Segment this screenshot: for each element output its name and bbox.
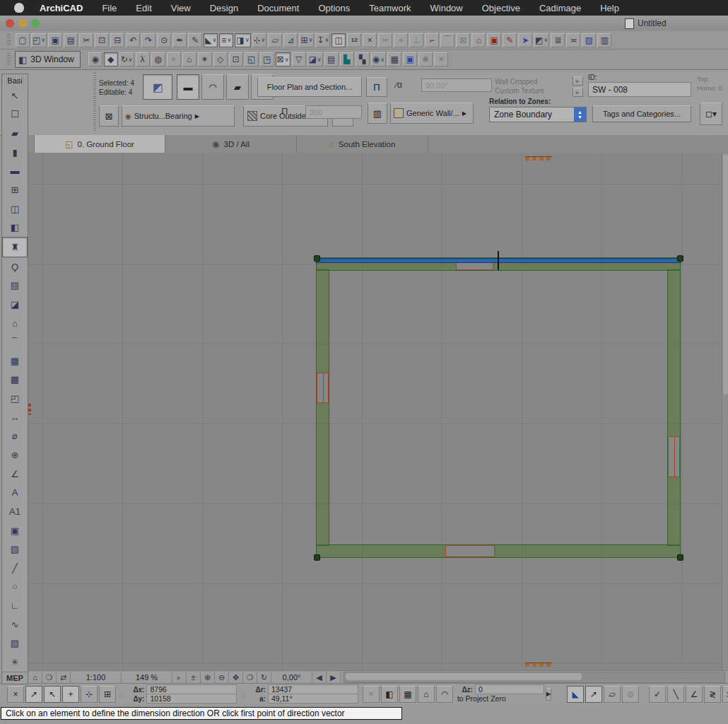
layer-combination-icon[interactable]: ⊞∨ [299,33,314,47]
filter-elements-icon[interactable]: ▽ [292,52,306,66]
door-opening-bottom[interactable] [445,545,495,557]
explode-icon[interactable]: ⊠ [456,33,470,47]
tool-radial-dimension[interactable]: ⌀ [2,427,28,446]
minimize-window-button[interactable] [18,19,27,28]
zoom-percent-icon[interactable]: ± [187,672,201,683]
menu-help[interactable]: Help [600,3,619,13]
menu-archicad[interactable]: ArchiCAD [40,3,83,13]
hatch-settings-icon[interactable]: ▨ [582,33,596,47]
wall-top-link-button[interactable]: ◻▾ [700,103,722,125]
construction-grid-icon[interactable]: ⊞ [99,686,116,703]
guide-lines-icon[interactable]: ↖ [44,686,61,703]
3d-toolbar-drag-handle[interactable] [7,53,11,66]
tool-stair[interactable]: ▤ [2,276,28,295]
walkthrough-icon[interactable]: ✶ [198,52,212,66]
brush-icon[interactable]: ▚ [356,52,370,66]
custom-texture-expander[interactable]: ▶ [573,88,583,97]
dx-field[interactable]: 8796 [146,684,237,694]
tool-fill[interactable]: ▨ [2,539,28,559]
camera-icon[interactable]: ◉ [88,52,102,66]
window-opening-left[interactable] [317,373,329,403]
paint-surface-icon[interactable]: ▙ [340,52,354,66]
snap-offset-icon[interactable]: ≫ [722,686,728,703]
wall-tool-default-button[interactable]: ◩ [143,74,172,100]
undo-icon[interactable]: ↶ [126,33,140,47]
tool-angle-dimension[interactable]: ∠ [2,465,28,484]
coordinate-vector-icon[interactable]: ↗ [585,686,602,703]
tool-beam[interactable]: ▬ [2,162,28,181]
tool-dimension[interactable]: ↔ [2,408,28,427]
tool-column[interactable]: ▮ [2,143,28,162]
line-options-icon[interactable]: ≡∨ [219,33,233,47]
toolbox-mep-section[interactable]: MEP [2,672,28,684]
stretch-icon[interactable]: ▣ [487,33,501,47]
zoom-menu-expander[interactable]: ▸ [172,672,187,683]
fit-in-window-icon[interactable]: ❍ [243,672,257,683]
dz-field[interactable]: 0 [475,684,544,694]
adjust-icon[interactable]: ⌖ [394,33,408,47]
paste-icon[interactable]: ⊟ [110,33,124,47]
polar-toggle-icon[interactable]: △ [240,689,245,699]
fillet-icon[interactable]: ⌒ [440,33,454,47]
tool-wall[interactable]: ▰ [2,124,28,143]
print-icon[interactable]: ▤ [64,33,78,47]
geometry-trapezoid-wall[interactable]: ▰ [226,74,249,100]
section-marker-top[interactable] [525,156,552,160]
render-settings-icon[interactable]: ▦ [387,52,401,66]
gravity-shell-icon[interactable]: ◠ [436,686,453,703]
tags-categories-button[interactable]: Tags and Categories... [592,105,691,122]
tab-ground-floor[interactable]: ◱ 0. Ground Floor [34,135,165,153]
tool-arrow[interactable]: ↖ [2,86,28,105]
save-icon[interactable]: ▣ [48,33,62,47]
tool-polyline[interactable]: ∟ [2,596,28,615]
marquee-3d-icon[interactable]: ⊠∨ [276,52,290,66]
dimension-units-icon[interactable]: 12 [347,33,361,47]
elevation-marker-left[interactable] [28,404,31,415]
menu-view[interactable]: View [171,3,191,13]
tool-spline[interactable]: ∿ [2,615,28,634]
tool-hotspot[interactable]: ✳ [2,653,28,672]
snap-parallel-icon[interactable]: ╲ [667,686,684,703]
apple-menu-icon[interactable] [14,3,24,13]
menu-window[interactable]: Window [430,3,463,13]
model-view-options-icon[interactable]: ⌂ [28,672,42,683]
vertical-scrollbar[interactable] [722,153,728,670]
vertical-scrollbar-thumb[interactable] [723,154,728,395]
tool-text[interactable]: A [2,483,28,502]
navigator-preview-icon[interactable]: ❍ [42,672,57,683]
snap-points-icon[interactable]: ⊹∨ [252,33,267,47]
gravity-icon[interactable]: ↧∨ [315,33,330,47]
zoom-out-icon[interactable]: ⊖ [215,672,229,683]
zoom-in-icon[interactable]: ⊕ [201,672,215,683]
gravity-mesh-icon[interactable]: ▦ [399,686,416,703]
wall-cropped-expander[interactable]: ▶ [573,76,583,86]
trace-reference-icon[interactable]: ◫ [331,33,346,47]
gravity-roof-icon[interactable]: ⌂ [418,686,435,703]
tool-lamp[interactable]: Ϙ [2,257,28,276]
reference-level-expander[interactable]: ▶ [546,688,551,701]
pan-icon[interactable]: ✥ [229,672,243,683]
measure-icon[interactable]: ◣ [567,686,584,703]
layer-selector-button[interactable]: ◉ Structu...Bearing▶ [122,105,235,127]
home-view-icon[interactable]: ⌂ [182,52,196,66]
menu-document[interactable]: Document [257,3,299,13]
selection-handle-top-right[interactable] [677,255,683,262]
wall-height-field[interactable]: 300 [305,105,362,119]
gravity-slab-icon[interactable]: ◧ [381,686,398,703]
box-back-icon[interactable]: ◳ [260,52,274,66]
elevate-icon[interactable]: ⊥ [409,33,423,47]
inject-parameters-icon[interactable]: ✎ [188,33,202,47]
tool-roof[interactable]: ⌂ [2,314,28,333]
previous-zoom-icon[interactable]: ◀ [312,672,327,683]
render-window-icon[interactable]: ▣ [403,52,417,66]
gravity-off-icon[interactable]: × [363,686,380,703]
cutting-plane-icon[interactable]: ◪∨ [307,52,323,66]
user-origin-icon[interactable]: × [7,686,24,703]
axonometry-icon[interactable]: ◇ [213,52,228,66]
wall-section-button[interactable]: ▥ [368,103,387,124]
surface-selector-button[interactable]: Generic Wall/...▶ [390,103,474,124]
scale-button[interactable]: 1:100 [71,672,122,683]
orientation-button[interactable]: 0,00° [271,672,312,683]
element-settings-icon[interactable]: ▤ [324,52,339,66]
tool-marquee[interactable]: ☐ [2,105,28,124]
